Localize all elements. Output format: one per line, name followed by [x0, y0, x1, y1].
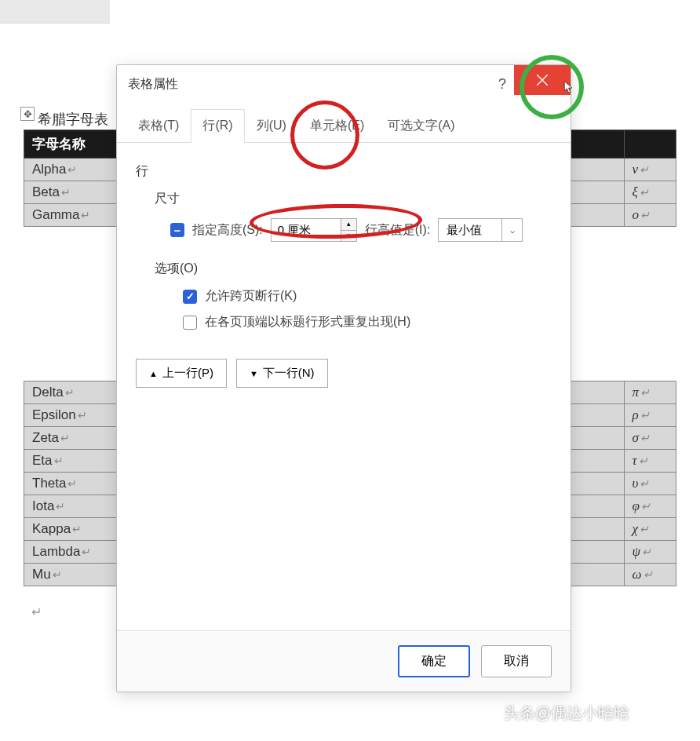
header-col-3 — [624, 130, 676, 159]
spinner-down[interactable]: ▼ — [341, 231, 356, 242]
row-height-select[interactable]: 最小值 ⌵ — [438, 218, 523, 242]
ok-button[interactable]: 确定 — [398, 645, 470, 677]
specify-height-label: 指定高度(S): — [192, 222, 263, 239]
dialog-footer: 确定 取消 — [117, 630, 571, 692]
height-input[interactable] — [271, 218, 341, 242]
options-section-label: 选项(O) — [155, 261, 552, 277]
repeat-header-label: 在各页顶端以标题行形式重复出现(H) — [205, 314, 410, 330]
tab-alt-text[interactable]: 可选文字(A) — [376, 109, 466, 142]
tab-column[interactable]: 列(U) — [245, 109, 298, 142]
close-icon — [535, 73, 549, 87]
row-section-label: 行 — [136, 163, 552, 180]
paragraph-mark: ↵ — [31, 604, 42, 619]
prev-row-button[interactable]: ▲上一行(P) — [136, 359, 227, 388]
watermark: 头条@偶达小晗晗 — [504, 703, 629, 724]
repeat-header-checkbox[interactable] — [183, 316, 197, 330]
cancel-button[interactable]: 取消 — [481, 645, 552, 677]
spinner-up[interactable]: ▲ — [341, 219, 356, 231]
help-button[interactable]: ? — [498, 76, 506, 93]
allow-break-checkbox[interactable] — [183, 290, 197, 304]
document-tab — [0, 0, 110, 24]
row-height-is-label: 行高值是(I): — [365, 222, 431, 239]
dialog-title: 表格属性 — [128, 76, 178, 93]
chevron-down-icon: ⌵ — [501, 219, 522, 241]
dialog-tabs: 表格(T) 行(R) 列(U) 单元格(E) 可选文字(A) — [117, 109, 571, 143]
tab-table[interactable]: 表格(T) — [126, 109, 191, 142]
height-row: 指定高度(S): ▲ ▼ 行高值是(I): 最小值 ⌵ — [170, 218, 552, 242]
triangle-up-icon: ▲ — [149, 369, 158, 378]
tab-row[interactable]: 行(R) — [191, 109, 244, 143]
repeat-header-row: 在各页顶端以标题行形式重复出现(H) — [183, 314, 552, 330]
specify-height-checkbox[interactable] — [170, 223, 184, 237]
row-height-value: 最小值 — [439, 219, 501, 241]
allow-break-label: 允许跨页断行(K) — [205, 288, 297, 305]
height-spinner: ▲ ▼ — [271, 218, 357, 242]
tab-cell[interactable]: 单元格(E) — [298, 109, 376, 142]
table-title: 希腊字母表 — [38, 110, 108, 129]
dialog-body: 行 尺寸 指定高度(S): ▲ ▼ 行高值是(I): 最小值 ⌵ 选项(O) — [117, 143, 571, 402]
close-button[interactable] — [514, 65, 571, 95]
table-move-handle[interactable]: ✥ — [20, 107, 35, 121]
next-row-button[interactable]: ▼下一行(N) — [236, 359, 328, 388]
cursor-icon — [563, 81, 577, 95]
height-spinner-buttons: ▲ ▼ — [341, 218, 357, 242]
dialog-titlebar: 表格属性 ? — [117, 65, 571, 103]
size-section-label: 尺寸 — [155, 191, 552, 207]
triangle-down-icon: ▼ — [250, 369, 258, 378]
row-nav-buttons: ▲上一行(P) ▼下一行(N) — [136, 359, 552, 388]
allow-break-row: 允许跨页断行(K) — [183, 288, 552, 305]
table-properties-dialog: 表格属性 ? 表格(T) 行(R) 列(U) 单元格(E) 可选文字(A) 行 … — [116, 64, 571, 692]
